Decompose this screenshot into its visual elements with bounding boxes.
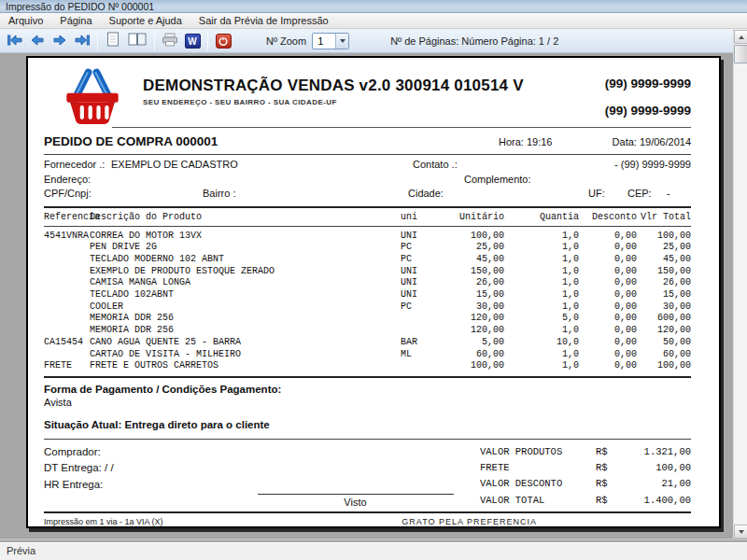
scroll-up-button[interactable] <box>734 30 747 44</box>
cell-descricao: MEMÓRIA DDR 256 <box>90 325 401 337</box>
menu-bar: Arquivo Página Suporte e Ajuda Sair da P… <box>0 13 747 29</box>
menu-arquivo[interactable]: Arquivo <box>0 13 51 29</box>
supplier-block: Fornecedor .: EXEMPLO DE CADASTRO Contat… <box>44 155 691 203</box>
cell-quantia: 1,0 <box>504 277 579 289</box>
cell-quantia: 1,0 <box>504 349 579 361</box>
table-row: CA15454 CANO AGUA QUENTE 25 - BARRA BAR … <box>44 337 691 349</box>
two-page-view-button[interactable] <box>125 32 149 51</box>
totals-block: VALOR PRODUTOS R$ 1.321,00 FRETE R$ 100,… <box>480 444 691 510</box>
window-titlebar[interactable]: Impressão do PEDIDO Nº 000001 <box>0 0 747 13</box>
order-title: PEDIDO DE COMPRA 000001 <box>44 134 499 148</box>
zoom-value: 1 <box>313 35 335 47</box>
menu-pagina[interactable]: Página <box>51 13 100 29</box>
chevron-down-icon[interactable] <box>335 34 348 49</box>
contato-label: Contato .: <box>413 159 458 170</box>
table-row: EXEMPLO DE PRODUTO ESTOQUE ZERADO UNI 15… <box>44 266 691 278</box>
visto-label: Visto <box>344 497 366 508</box>
cell-desconto: 0,00 <box>579 266 637 278</box>
col-descricao: Descrição do Produto <box>90 211 401 224</box>
contato-value: - (99) 9999-9999 <box>614 159 691 170</box>
items-table: Referencia Descrição do Produto uni Unit… <box>44 208 691 372</box>
menu-sair-previa[interactable]: Sair da Prévia de Impressão <box>190 13 337 29</box>
single-page-icon <box>106 32 120 50</box>
last-page-icon <box>75 33 90 49</box>
scroll-down-button[interactable] <box>734 525 747 539</box>
cell-uni <box>401 360 444 372</box>
toolbar-separator <box>154 33 155 50</box>
cell-referencia <box>44 289 90 301</box>
dt-entrega-value: / / <box>105 462 114 473</box>
status-text: Prévia <box>0 543 747 556</box>
cpf-label: CPF/Cnpj: <box>44 188 92 199</box>
zoom-dropdown[interactable]: 1 <box>312 33 349 49</box>
print-button[interactable] <box>160 32 180 51</box>
cell-uni: UNI <box>401 266 444 278</box>
col-unitario: Unitário <box>444 211 504 224</box>
cell-vlr-total: 100,00 <box>637 231 691 243</box>
cell-desconto: 0,00 <box>579 242 637 254</box>
cell-descricao: CARTAO DE VISITA - MILHEIRO <box>90 349 401 361</box>
cell-desconto: 0,00 <box>579 289 637 301</box>
document-page: DEMONSTRAÇÃO VENDAS v2.0 300914 010514 V… <box>26 56 721 528</box>
cell-desconto: 0,00 <box>579 277 637 289</box>
total-currency: R$ <box>596 444 622 460</box>
cell-unitario: 100,00 <box>444 231 504 243</box>
window-title: Impressão do PEDIDO Nº 000001 <box>6 1 154 12</box>
vertical-scrollbar[interactable] <box>733 30 747 539</box>
payment-label: Forma de Pagamento / Condições Pagamento… <box>44 384 691 395</box>
order-date: Data: 19/06/2014 <box>588 136 691 147</box>
last-page-button[interactable] <box>72 32 92 51</box>
header-divider <box>112 127 691 128</box>
cell-unitario: 15,00 <box>444 289 504 301</box>
page-counter: Nº de Páginas: Número Página: 1 / 2 <box>390 35 558 47</box>
print-preview-area: DEMONSTRAÇÃO VENDAS v2.0 300914 010514 V… <box>0 53 733 539</box>
cell-vlr-total: 30,00 <box>637 301 691 314</box>
cell-referencia: FRETE <box>44 360 90 372</box>
company-address: SEU ENDEREÇO - SEU BAIRRO - SUA CIDADE-U… <box>143 98 551 106</box>
word-icon: W <box>185 34 201 49</box>
table-row: COOLER PC 30,00 1,0 0,00 30,00 <box>44 301 691 314</box>
cell-uni: ML <box>401 349 444 361</box>
hr-entrega-label: HR Entrega: <box>44 477 231 494</box>
bottom-note-row: Impressão em 1 via - 1a VIA (X) GRATO PE… <box>44 517 691 526</box>
table-row: TECLADO 102ABNT UNI 15,00 1,0 0,00 15,00 <box>44 289 691 301</box>
payment-block: Forma de Pagamento / Condições Pagamento… <box>44 384 691 430</box>
next-page-button[interactable] <box>49 32 70 51</box>
cell-unitario: 60,00 <box>444 349 504 361</box>
cell-referencia: 4541VNRA <box>44 231 90 243</box>
cidade-label: Cidade: <box>408 188 444 199</box>
dt-entrega-label: DT Entrega: <box>44 462 102 473</box>
cell-desconto: 0,00 <box>579 325 637 337</box>
cell-vlr-total: 26,00 <box>637 277 691 289</box>
export-word-button[interactable]: W <box>182 32 203 51</box>
col-quantia: Quantia <box>504 211 579 224</box>
cell-descricao: CANO AGUA QUENTE 25 - BARRA <box>90 337 401 349</box>
cell-unitario: 25,00 <box>444 242 504 254</box>
cell-quantia: 1,0 <box>504 360 579 372</box>
total-row: VALOR PRODUTOS R$ 1.321,00 <box>480 444 691 460</box>
items-body: 4541VNRA CORREA DO MOTOR 13VX UNI 100,00… <box>44 231 691 372</box>
cell-quantia: 1,0 <box>504 301 579 314</box>
prev-page-button[interactable] <box>27 32 48 51</box>
cell-referencia <box>44 254 90 266</box>
table-row: PEN DRIVE 2G PC 25,00 1,0 0,00 25,00 <box>44 242 691 254</box>
first-page-button[interactable] <box>5 32 25 51</box>
single-page-view-button[interactable] <box>103 32 123 51</box>
basket-logo-icon <box>59 67 126 125</box>
cell-uni: UNI <box>401 277 444 289</box>
total-row: VALOR DESCONTO R$ 21,00 <box>480 476 691 492</box>
menu-suporte[interactable]: Suporte e Ajuda <box>101 13 190 29</box>
col-referencia: Referencia <box>44 211 90 224</box>
cell-uni: PC <box>401 242 444 254</box>
scrollbar-thumb[interactable] <box>734 45 747 63</box>
two-pages-icon <box>128 32 147 50</box>
total-currency: R$ <box>596 476 622 492</box>
company-title: DEMONSTRAÇÃO VENDAS v2.0 300914 010514 V <box>143 77 551 95</box>
printer-icon <box>162 33 178 50</box>
cell-referencia <box>44 277 90 289</box>
cell-uni: PC <box>401 254 444 266</box>
arrow-down-icon <box>739 530 744 534</box>
cell-uni: PC <box>401 301 444 314</box>
power-off-button[interactable] <box>213 32 233 51</box>
cell-unitario: 5,00 <box>444 337 504 349</box>
